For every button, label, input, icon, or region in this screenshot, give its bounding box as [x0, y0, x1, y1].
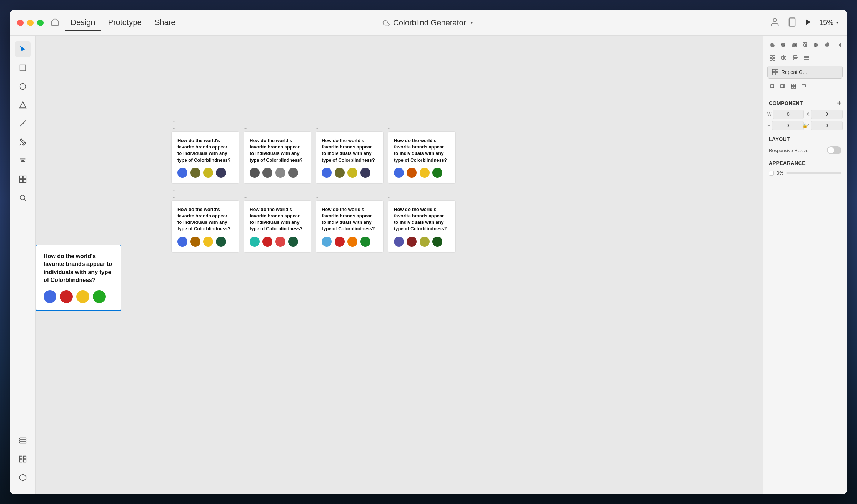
nav-tabs: Design Prototype Share	[65, 15, 181, 31]
svg-rect-55	[781, 85, 784, 88]
align-horiz-button[interactable]	[779, 53, 789, 63]
svg-rect-35	[837, 44, 839, 46]
tidy-up-button[interactable]	[767, 53, 777, 63]
text-tool[interactable]	[15, 153, 31, 168]
line-tool[interactable]	[15, 116, 31, 131]
card-circles	[394, 168, 450, 178]
svg-point-10	[20, 195, 25, 200]
zoom-control[interactable]: 15%	[819, 19, 840, 27]
appearance-section: APPEARANCE 0%	[763, 157, 847, 178]
appearance-title: APPEARANCE	[769, 160, 841, 166]
svg-rect-1	[789, 18, 795, 26]
w-field: W 0	[767, 110, 804, 119]
color-circle-2	[60, 290, 73, 303]
grid-card-1-1[interactable]: How do the world's favorite brands appea…	[171, 131, 239, 184]
tab-prototype[interactable]: Prototype	[102, 15, 147, 31]
align-bottom-button[interactable]	[822, 40, 832, 50]
card-item: ... How do the world's favorite brands a…	[316, 193, 384, 253]
selected-card-dots: ...	[75, 141, 79, 146]
w-value[interactable]: 0	[773, 110, 803, 119]
grid-row-2: ... How do the world's favorite brands a…	[171, 193, 456, 253]
align-left-button[interactable]	[767, 40, 777, 50]
rg-duplicate-button[interactable]	[778, 81, 787, 91]
triangle-tool[interactable]	[15, 97, 31, 113]
svg-rect-60	[791, 86, 793, 88]
document-title: Colorblind Generator	[393, 18, 466, 27]
align-center-v-button[interactable]	[811, 40, 821, 50]
svg-rect-36	[770, 55, 772, 57]
align-center-h-button[interactable]	[778, 40, 788, 50]
grid-card-2-1[interactable]: How do the world's favorite brands appea…	[171, 200, 239, 253]
opacity-slider[interactable]	[786, 172, 841, 174]
row2-label: ...	[171, 187, 456, 192]
ellipse-tool[interactable]	[15, 79, 31, 94]
svg-rect-62	[802, 85, 805, 87]
card-text: How do the world's favorite brands appea…	[322, 206, 377, 232]
card-item: ... How do the world's favorite brands a…	[316, 125, 384, 184]
distribute-v-button[interactable]	[790, 53, 800, 63]
grid-card-1-4[interactable]: How do the world's favorite brands appea…	[388, 131, 456, 184]
h-value[interactable]: 0	[772, 121, 804, 130]
minimize-button[interactable]	[27, 20, 34, 26]
assets-panel-button[interactable]	[15, 451, 31, 467]
rg-move-button[interactable]	[800, 81, 809, 91]
rectangle-tool[interactable]	[15, 60, 31, 76]
grid-card-1-2[interactable]: How do the world's favorite brands appea…	[244, 131, 311, 184]
traffic-lights	[17, 20, 44, 26]
left-toolbar	[10, 36, 36, 494]
svg-rect-32	[827, 43, 828, 46]
selected-card-circles	[44, 290, 114, 303]
canvas-area[interactable]: ... How do the world's favorite brands a…	[36, 36, 763, 494]
home-button[interactable]	[51, 18, 59, 28]
grid-card-2-4[interactable]: How do the world's favorite brands appea…	[388, 200, 456, 253]
align-row-2	[767, 53, 843, 63]
tab-design[interactable]: Design	[65, 15, 101, 31]
svg-rect-45	[793, 59, 797, 60]
search-tool[interactable]	[15, 190, 31, 206]
align-right-button[interactable]	[789, 40, 799, 50]
component-tool[interactable]	[15, 171, 31, 187]
card-circles	[322, 237, 377, 247]
pointer-tool[interactable]	[15, 41, 31, 57]
grid-card-2-2[interactable]: How do the world's favorite brands appea…	[244, 200, 311, 253]
preview-button[interactable]	[787, 17, 797, 29]
card-item: ... How do the world's favorite brands a…	[171, 193, 239, 253]
svg-rect-38	[770, 58, 772, 60]
tab-share[interactable]: Share	[149, 15, 181, 31]
color-circle-4	[93, 290, 106, 303]
card-text: How do the world's favorite brands appea…	[394, 137, 450, 163]
card-circles	[394, 237, 450, 247]
opacity-checkbox[interactable]	[769, 171, 774, 176]
more-align-button[interactable]	[802, 53, 812, 63]
component-add-button[interactable]: +	[837, 100, 841, 107]
rg-copy-button[interactable]	[767, 81, 777, 91]
grid-card-2-3[interactable]: How do the world's favorite brands appea…	[316, 200, 384, 253]
maximize-button[interactable]	[37, 20, 44, 26]
svg-rect-11	[19, 438, 26, 439]
responsive-resize-row: Responsive Resize	[769, 146, 841, 154]
title-bar: Design Prototype Share Colorblind Genera…	[10, 10, 847, 36]
app-window: Design Prototype Share Colorblind Genera…	[10, 10, 847, 494]
pen-tool[interactable]	[15, 134, 31, 150]
card-circles	[250, 168, 305, 178]
grid-card-1-3[interactable]: How do the world's favorite brands appea…	[316, 131, 384, 184]
distribute-h-button[interactable]	[833, 40, 843, 50]
plugins-panel-button[interactable]	[15, 470, 31, 485]
selected-card[interactable]: How do the world's favorite brands appea…	[36, 245, 121, 311]
svg-rect-59	[794, 84, 796, 86]
layers-panel-button[interactable]	[15, 433, 31, 448]
user-avatar[interactable]	[770, 17, 780, 29]
responsive-resize-toggle[interactable]	[827, 146, 841, 154]
play-button[interactable]	[804, 18, 812, 27]
align-top-button[interactable]	[800, 40, 810, 50]
y-value[interactable]: 0	[811, 121, 843, 130]
main-layout: ... How do the world's favorite brands a…	[10, 36, 847, 494]
svg-rect-61	[794, 86, 796, 88]
svg-rect-39	[773, 58, 775, 60]
lock-icon[interactable]: 🔒	[802, 123, 808, 128]
rg-grid-button[interactable]	[789, 81, 798, 91]
close-button[interactable]	[17, 20, 24, 26]
x-value[interactable]: 0	[811, 110, 843, 119]
repeat-grid-button[interactable]: Repeat G...	[767, 66, 843, 79]
align-row-1	[767, 40, 843, 50]
